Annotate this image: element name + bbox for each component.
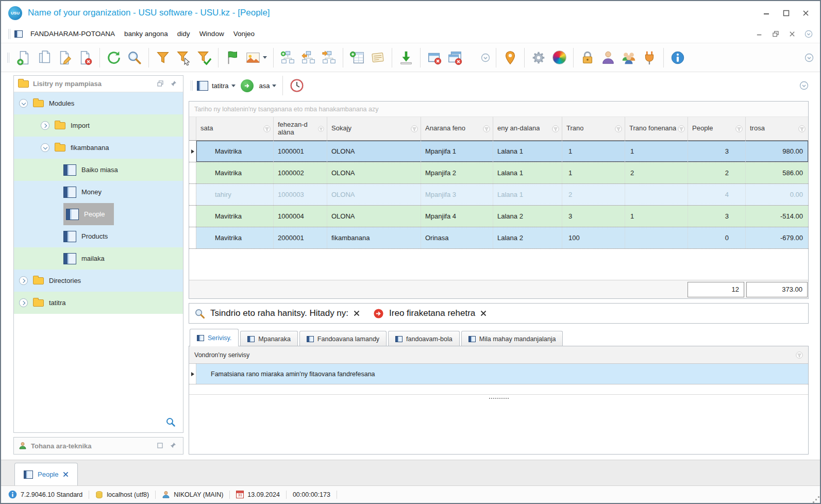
column-header-sata[interactable]: sata (196, 117, 274, 140)
tree-item-modules[interactable]: Modules (14, 92, 183, 114)
go-action-icon[interactable] (241, 79, 254, 92)
filter-funnel-icon[interactable] (483, 125, 490, 132)
filter-funnel-icon[interactable] (678, 125, 685, 132)
plugins-button[interactable] (639, 47, 660, 69)
collapse-tree-button[interactable] (298, 47, 319, 69)
toolbar-overflow-chevron-icon[interactable] (479, 47, 492, 69)
dropdown-caret-icon[interactable] (231, 85, 236, 87)
doc-tab-people[interactable]: People (14, 463, 78, 485)
flag-button[interactable] (222, 47, 243, 69)
tab-fandoavana-lamandy[interactable]: Fandoavana lamandy (299, 331, 387, 346)
filter-funnel-icon[interactable] (411, 125, 418, 132)
report-dropdown[interactable]: tatitra (212, 82, 229, 90)
scheduler-clock-button[interactable] (289, 78, 305, 93)
search-hint-link[interactable]: Tsindrio eto raha hanitsy. Hitady ny: (210, 308, 348, 318)
table-row[interactable]: Mavitrika 2000001 fikambanana Orinasa La… (189, 227, 808, 249)
tree-search-button[interactable] (165, 417, 176, 429)
pin-panel-button[interactable] (171, 79, 177, 89)
column-header-eny[interactable]: eny an-dalana (493, 117, 562, 140)
column-header-sokajy[interactable]: Sokajy (327, 117, 421, 140)
maximize-panel-button[interactable] (157, 441, 163, 450)
export-button[interactable] (396, 47, 416, 69)
column-header-fehezan[interactable]: fehezan-d alàna (274, 117, 327, 140)
expand-tree-button[interactable] (319, 47, 339, 69)
delete-record-button[interactable] (75, 47, 96, 69)
doc-tab-close-button[interactable] (63, 472, 69, 477)
expand-node-icon[interactable] (19, 298, 28, 307)
clear-records-filter-button[interactable] (480, 310, 487, 316)
column-header-anarana[interactable]: Anarana feno (421, 117, 493, 140)
close-all-windows-button[interactable] (445, 47, 465, 69)
date-status[interactable]: 31 13.09.2024 (236, 491, 280, 498)
main-overflow-chevron-icon[interactable] (799, 81, 809, 90)
filter-button[interactable] (153, 47, 173, 69)
notes-button[interactable] (367, 47, 388, 69)
clear-search-button[interactable] (354, 310, 360, 316)
tree-item-products[interactable]: Products (14, 225, 183, 247)
tree-item-tatitra[interactable]: tatitra (14, 292, 183, 314)
user-status[interactable]: NIKOLAY (MAIN) (162, 491, 223, 499)
color-wheel-button[interactable] (549, 47, 569, 69)
tree-item-mailaka[interactable]: mailaka (14, 247, 183, 270)
menu-help[interactable]: Vonjeo (229, 27, 259, 40)
tab-serivisy[interactable]: Serivisy. (190, 329, 239, 346)
add-row-button[interactable] (347, 47, 367, 69)
filter-funnel-icon[interactable] (263, 125, 271, 132)
resize-grip[interactable] (815, 499, 817, 500)
filter-funnel-icon[interactable] (735, 125, 743, 132)
toolbar-right-chevron-icon[interactable] (802, 47, 816, 69)
tree-item-import[interactable]: Import (14, 114, 183, 137)
subtable-header[interactable]: Vondron'ny serivisy (189, 346, 808, 364)
filter-funnel-icon[interactable] (798, 125, 806, 132)
pin-panel-button[interactable] (170, 441, 176, 450)
filter-funnel-icon[interactable] (615, 125, 622, 132)
expand-node-icon[interactable] (19, 276, 28, 285)
image-button[interactable] (243, 47, 270, 69)
close-button[interactable] (801, 9, 810, 17)
column-header-people[interactable]: People (688, 117, 746, 140)
table-row[interactable]: tahiry 1000003 OLONA Mpanjifa 3 Lalana 1… (189, 184, 808, 206)
tree-item-money[interactable]: Money (14, 181, 183, 203)
subtoolbar-drag-handle[interactable] (191, 80, 193, 91)
map-pin-button[interactable] (500, 47, 521, 69)
maximize-button[interactable] (782, 9, 790, 17)
toolbar-drag-handle[interactable] (7, 53, 9, 63)
refresh-button[interactable] (104, 47, 124, 69)
mdi-close-button[interactable] (788, 30, 796, 38)
tab-mpanaraka[interactable]: Mpanaraka (240, 331, 298, 346)
menu-commands[interactable]: didy (173, 27, 195, 40)
table-row[interactable]: Mavitrika 1000001 OLONA Mpanjifa 1 Lalan… (189, 141, 808, 162)
subtable-row[interactable]: Famatsiana rano miaraka amin'ny fitaovan… (189, 364, 808, 384)
filter-edit-button[interactable] (173, 47, 194, 69)
tree-item-baiko-miasa[interactable]: Baiko miasa (14, 159, 183, 181)
user-groups-button[interactable] (618, 47, 639, 69)
menu-program[interactable]: FANDAHARAM-POTOANA (26, 27, 120, 40)
splitter-handle[interactable] (189, 395, 808, 401)
table-row[interactable]: Mavitrika 1000004 OLONA Mpanjifa 4 Lalan… (189, 206, 808, 227)
filter-funnel-icon[interactable] (552, 125, 559, 132)
tree-item-people[interactable]: People (14, 203, 183, 225)
database-status[interactable]: localhost (utf8) (95, 491, 149, 499)
tree-item-fikambanana[interactable]: fikambanana (14, 137, 183, 159)
table-row[interactable]: Mavitrika 1000002 OLONA Mpanjifa 2 Lalan… (189, 162, 808, 184)
group-by-hint[interactable]: Tariho ny lohatenin'ny tsanganana eto mb… (189, 102, 808, 117)
filter-apply-button[interactable] (194, 47, 214, 69)
lock-button[interactable] (577, 47, 598, 69)
settings-gear-button[interactable] (528, 47, 549, 69)
collapse-node-icon[interactable] (41, 143, 49, 152)
filter-funnel-icon[interactable] (796, 351, 803, 359)
tab-fandoavam-bola[interactable]: fandoavam-bola (388, 331, 460, 346)
action-dropdown[interactable]: asa (259, 82, 270, 90)
close-window-button[interactable] (424, 47, 445, 69)
mdi-restore-button[interactable] (772, 30, 780, 38)
all-records-filter-link[interactable]: Ireo firaketana rehetra (389, 308, 475, 318)
edit-record-button[interactable] (55, 47, 75, 69)
column-header-trano[interactable]: Trano (562, 117, 625, 140)
expand-node-icon[interactable] (41, 121, 49, 130)
new-record-button[interactable] (13, 47, 34, 69)
tab-mila-mahay[interactable]: Mila mahay mandanjalanja (461, 331, 563, 346)
menu-database[interactable]: banky angona (120, 27, 173, 40)
menubar-drag-handle[interactable] (8, 29, 10, 39)
user-rights-button[interactable] (598, 47, 618, 69)
minimize-button[interactable] (762, 9, 770, 17)
